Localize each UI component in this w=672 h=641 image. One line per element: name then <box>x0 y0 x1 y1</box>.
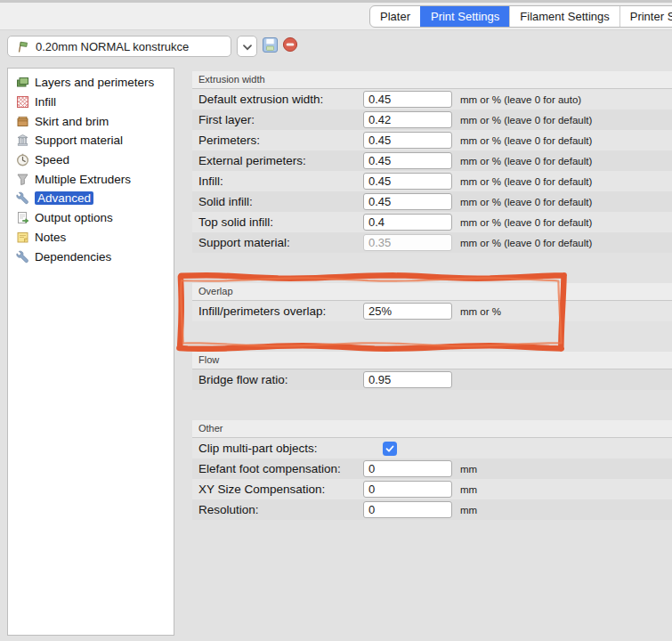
sidebar-item-infill[interactable]: Infill <box>8 93 174 112</box>
section-overlap: OverlapInfill/perimeters overlap:mm or % <box>192 283 672 321</box>
unit-label: mm or % (leave 0 for default) <box>460 238 592 248</box>
section-other: OtherClip multi-part objects:Elefant foo… <box>192 420 672 520</box>
tab-printer-settings[interactable]: Printer Settings <box>619 6 672 27</box>
setting-row: Top solid infill:mm or % (leave 0 for de… <box>192 212 672 232</box>
input-infill-perimeters-overlap[interactable] <box>363 303 452 320</box>
sidebar-item-notes[interactable]: Notes <box>8 228 174 247</box>
sidebar-item-speed[interactable]: Speed <box>8 150 174 170</box>
setting-row: External perimeters:mm or % (leave 0 for… <box>192 150 672 171</box>
section-title: Overlap <box>192 283 672 301</box>
section-extrusion-width: Extrusion widthDefault extrusion width:m… <box>192 71 672 253</box>
tab-filament-settings[interactable]: Filament Settings <box>509 6 619 27</box>
save-preset-button[interactable] <box>261 37 279 55</box>
setting-label: Clip multi-part objects: <box>192 442 363 455</box>
setting-label: External perimeters: <box>192 154 363 167</box>
input-infill[interactable] <box>363 173 452 190</box>
unit-label: mm <box>460 505 477 515</box>
sidebar-item-layers-and-perimeters[interactable]: Layers and perimeters <box>8 73 174 93</box>
setting-row: XY Size Compensation:mm <box>192 479 672 499</box>
delete-preset-button[interactable] <box>281 37 299 55</box>
setting-label: Infill: <box>192 174 363 188</box>
sidebar-item-output-options[interactable]: Output options <box>8 208 174 228</box>
sidebar-item-advanced[interactable]: Advanced <box>8 189 174 208</box>
notes-icon <box>15 230 29 244</box>
setting-row: Resolution:mm <box>192 499 672 520</box>
sidebar-item-label: Advanced <box>35 191 93 205</box>
input-external-perimeters[interactable] <box>363 152 452 169</box>
unit-label: mm <box>460 484 477 495</box>
support-icon <box>15 134 29 148</box>
section-flow: FlowBridge flow ratio: <box>192 352 672 390</box>
section-title: Other <box>192 420 672 438</box>
chevron-down-icon <box>243 38 252 54</box>
save-preset-icon <box>262 37 279 57</box>
tab-print-settings[interactable]: Print Settings <box>420 6 509 27</box>
section-title: Extrusion width <box>192 71 672 89</box>
input-resolution[interactable] <box>363 501 452 518</box>
tab-group: PlaterPrint SettingsFilament SettingsPri… <box>369 5 672 28</box>
setting-label: Bridge flow ratio: <box>192 373 363 386</box>
setting-row: First layer:mm or % (leave 0 for default… <box>192 110 672 130</box>
unit-label: mm or % (leave 0 for default) <box>460 115 592 126</box>
input-default-extrusion-width[interactable] <box>363 91 452 108</box>
input-first-layer[interactable] <box>363 111 452 128</box>
preset-dropdown-button[interactable] <box>237 36 257 57</box>
sidebar-item-label: Skirt and brim <box>35 115 109 128</box>
setting-row: Perimeters:mm or % (leave 0 for default) <box>192 130 672 150</box>
unit-label: mm or % (leave 0 for default) <box>460 135 592 146</box>
layers-icon <box>15 76 29 90</box>
input-top-solid-infill[interactable] <box>363 214 452 231</box>
input-support-material[interactable] <box>363 234 452 251</box>
preset-flag-icon <box>15 39 29 53</box>
setting-label: Solid infill: <box>192 195 363 208</box>
preset-combobox[interactable]: 0.20mm NORMAL konstrukce <box>7 36 231 57</box>
unit-label: mm or % (leave 0 for default) <box>460 197 592 207</box>
sidebar-item-multiple-extruders[interactable]: Multiple Extruders <box>8 169 174 189</box>
sidebar-item-label: Dependencies <box>35 250 111 264</box>
unit-label: mm <box>460 464 477 475</box>
unit-label: mm or % <box>460 306 501 317</box>
input-solid-infill[interactable] <box>363 193 452 210</box>
checkbox-clip-multi-part-objects[interactable] <box>383 442 397 456</box>
unit-label: mm or % (leave 0 for auto) <box>460 94 581 105</box>
sidebar-item-label: Notes <box>35 231 66 244</box>
preset-toolbar: 0.20mm NORMAL konstrukce <box>0 30 672 62</box>
sidebar-item-skirt-and-brim[interactable]: Skirt and brim <box>8 111 174 131</box>
input-perimeters[interactable] <box>363 132 452 149</box>
section-title: Flow <box>192 352 672 369</box>
setting-label: Support material: <box>192 236 363 249</box>
tab-plater[interactable]: Plater <box>370 6 420 27</box>
setting-label: Resolution: <box>192 503 363 516</box>
sidebar-item-support-material[interactable]: Support material <box>8 131 174 150</box>
setting-row: Infill:mm or % (leave 0 for default) <box>192 171 672 191</box>
speed-icon <box>15 153 29 167</box>
sidebar-item-label: Infill <box>35 95 56 109</box>
input-elefant-foot-compensation[interactable] <box>363 460 452 477</box>
extruders-icon <box>15 172 29 186</box>
wrench-icon <box>15 191 29 206</box>
setting-label: XY Size Compensation: <box>192 483 363 496</box>
setting-row: Default extrusion width:mm or % (leave 0… <box>192 89 672 110</box>
setting-row: Infill/perimeters overlap:mm or % <box>192 301 672 321</box>
output-icon <box>15 211 29 225</box>
setting-label: Perimeters: <box>192 134 363 147</box>
preset-name: 0.20mm NORMAL konstrukce <box>36 40 189 53</box>
settings-category-list: Layers and perimetersInfillSkirt and bri… <box>7 68 174 636</box>
input-bridge-flow-ratio[interactable] <box>363 371 452 388</box>
setting-row: Elefant foot compensation:mm <box>192 458 672 479</box>
unit-label: mm or % (leave 0 for default) <box>460 156 592 166</box>
sidebar-item-label: Layers and perimeters <box>35 76 154 89</box>
setting-row: Support material:mm or % (leave 0 for de… <box>192 232 672 253</box>
sidebar-item-label: Support material <box>35 134 123 147</box>
setting-label: Top solid infill: <box>192 215 363 229</box>
settings-panel: Extrusion widthDefault extrusion width:m… <box>192 59 672 641</box>
skirt-icon <box>15 114 29 128</box>
setting-row: Solid infill:mm or % (leave 0 for defaul… <box>192 191 672 212</box>
input-xy-size-compensation[interactable] <box>363 481 452 498</box>
sidebar-item-dependencies[interactable]: Dependencies <box>8 247 174 266</box>
sidebar-item-label: Output options <box>35 211 113 224</box>
tab-bar: PlaterPrint SettingsFilament SettingsPri… <box>0 3 672 30</box>
sidebar-item-label: Speed <box>35 153 69 166</box>
setting-label: Elefant foot compensation: <box>192 462 363 475</box>
setting-label: First layer: <box>192 113 363 126</box>
